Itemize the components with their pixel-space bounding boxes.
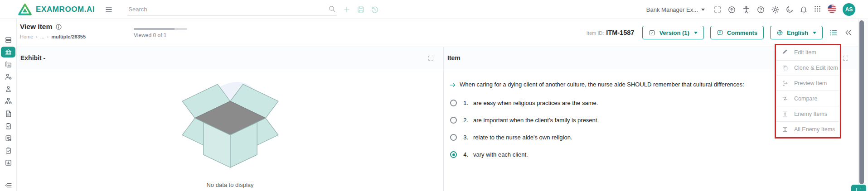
language-button[interactable]: English [770, 26, 823, 39]
option-number: 3. [461, 134, 468, 141]
option-4-radio-selected[interactable] [450, 151, 457, 158]
arrow-right-icon [449, 81, 456, 89]
exhibit-empty-state: No data to display [17, 69, 443, 191]
settings-gear-icon[interactable] [771, 5, 780, 14]
exhibit-panel: Exhibit - [17, 47, 444, 191]
help-icon[interactable] [756, 5, 765, 14]
option-number: 2. [461, 117, 468, 124]
version-button[interactable]: Version (1) [642, 26, 703, 39]
sidebar-item-review-tasks[interactable] [1, 120, 15, 131]
item-id: Item ID: ITM-1587 [587, 29, 635, 36]
globe-icon [776, 29, 783, 36]
option-number: 1. [461, 100, 468, 106]
apps-grid-icon[interactable] [814, 5, 821, 14]
expand-exhibit-icon[interactable] [427, 55, 434, 62]
list-view-icon[interactable] [829, 29, 838, 37]
breadcrumb: Home › ... › multiple/26355 [20, 34, 86, 39]
role-label: Bank Manager Ex... [646, 6, 698, 13]
sidebar-item-documents[interactable] [1, 108, 15, 119]
sidebar-item-notes[interactable] [1, 133, 15, 143]
sidebar-item-hierarchy[interactable] [1, 96, 15, 107]
exhibit-title: Exhibit - [20, 54, 45, 62]
top-navbar: EXAMROOM.AI Bank Manager Ex... [0, 0, 868, 19]
comments-button[interactable]: Comments [710, 26, 764, 39]
option-3-radio[interactable] [450, 134, 457, 141]
option-text: vary with each client. [473, 151, 528, 158]
search-bar [127, 3, 337, 16]
brand-logo[interactable]: EXAMROOM.AI [18, 3, 95, 15]
viewed-progress: Viewed 0 of 1 [134, 28, 188, 38]
menu-hamburger-icon[interactable] [105, 5, 113, 14]
comment-icon [717, 29, 723, 36]
breadcrumb-home[interactable]: Home [20, 34, 33, 39]
page-title: View Item [20, 23, 52, 31]
breadcrumb-current: multiple/26355 [51, 34, 86, 39]
clone-icon [782, 65, 788, 71]
expand-item-icon[interactable] [842, 55, 849, 62]
add-icon[interactable] [343, 5, 351, 14]
sidebar-item-add-item[interactable] [1, 59, 15, 70]
sidebar-item-dashboard[interactable] [1, 34, 15, 45]
us-flag-icon[interactable] [827, 4, 837, 15]
menu-item-edit[interactable]: Edit item [776, 45, 839, 60]
role-selector[interactable]: Bank Manager Ex... [646, 6, 705, 13]
exhibit-panel-header: Exhibit - [17, 47, 443, 69]
sidebar-collapse-icon[interactable] [1, 180, 15, 191]
menu-item-enemy-items[interactable]: Enemy Items [776, 106, 839, 121]
examroom-app: EXAMROOM.AI Bank Manager Ex... [0, 0, 868, 191]
avatar[interactable]: AS [843, 3, 855, 16]
option-text: are easy when religious practices are th… [473, 100, 598, 106]
option-2-radio[interactable] [450, 117, 457, 124]
menu-item-all-enemy-items[interactable]: All Enemy Items [776, 121, 839, 137]
page-toolbar: View Item Home › ... › multiple/26355 Vi… [17, 19, 868, 47]
question-text: When caring for a dying client of anothe… [460, 81, 744, 88]
search-input[interactable] [127, 3, 337, 16]
search-icon[interactable] [328, 5, 336, 13]
chat-icon [856, 188, 861, 191]
save-search-icon[interactable] [357, 5, 365, 14]
item-title: Item [447, 54, 461, 62]
dark-mode-moon-icon[interactable] [786, 5, 794, 14]
viewed-progress-bar [134, 28, 187, 30]
accessibility-icon[interactable] [742, 5, 751, 14]
pencil-icon [782, 48, 788, 57]
option-row-4: 4. vary with each client. [450, 151, 858, 158]
fullscreen-icon[interactable] [713, 5, 722, 14]
breadcrumb-separator: › [36, 34, 37, 39]
brand-triangle-icon [18, 3, 32, 15]
upload-circle-icon[interactable] [727, 5, 736, 14]
all-enemy-items-icon [782, 126, 788, 133]
option-1-radio[interactable] [450, 100, 457, 106]
compare-arrows-icon [782, 96, 788, 102]
menu-item-preview[interactable]: Preview Item [776, 76, 839, 91]
breadcrumb-ellipsis[interactable]: ... [40, 34, 44, 39]
history-icon[interactable] [371, 5, 379, 14]
chevron-down-icon [694, 32, 698, 34]
menu-item-clone-edit[interactable]: Clone & Edit item [776, 60, 839, 76]
scrollbar-thumb[interactable] [859, 20, 864, 184]
viewed-progress-label: Viewed 0 of 1 [134, 32, 188, 38]
notifications-bell-icon[interactable] [800, 5, 808, 14]
main-content: Exhibit - [17, 47, 858, 191]
info-icon[interactable] [55, 24, 62, 30]
navbar-right-cluster: Bank Manager Ex... [646, 0, 855, 19]
brand-wordmark: EXAMROOM.AI [36, 5, 95, 14]
option-text: relate to the nurse aide's own religion. [473, 134, 572, 141]
sidebar-item-user-settings[interactable] [1, 72, 15, 82]
sidebar-item-media-reports[interactable] [1, 158, 15, 168]
sidebar-item-item-bank[interactable] [1, 47, 15, 57]
collapse-panel-chevrons-icon[interactable] [844, 29, 852, 37]
chevron-down-icon [813, 32, 816, 34]
version-check-icon [649, 29, 655, 36]
chat-fab-button[interactable] [851, 185, 866, 191]
chevron-down-icon [701, 9, 705, 11]
empty-box-illustration [174, 76, 287, 177]
menu-item-compare[interactable]: Compare [776, 91, 839, 106]
item-id-value: ITM-1587 [606, 29, 634, 36]
preview-export-icon [782, 80, 788, 86]
empty-state-label: No data to display [206, 181, 253, 188]
option-text: are important when the client's family i… [473, 117, 599, 124]
left-sidebar [0, 19, 17, 191]
sidebar-item-checklist[interactable] [1, 145, 15, 156]
sidebar-item-profile[interactable] [1, 84, 15, 95]
